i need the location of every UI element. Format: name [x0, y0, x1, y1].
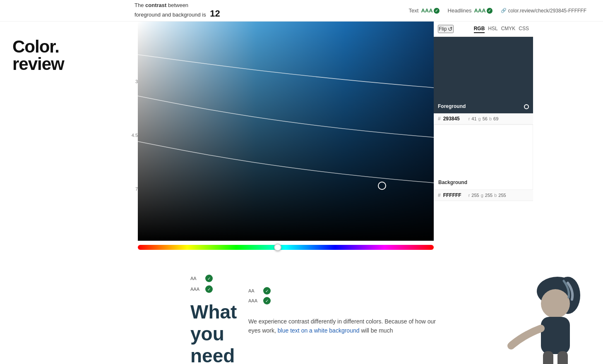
background-label: Background	[438, 180, 467, 185]
bg-b-value: 255	[498, 193, 506, 198]
header-badges: Text AAA Headlines AAA color.review/chec…	[409, 7, 586, 14]
right-panel: Flip ↺ RGB HSL CMYK CSS Foreground	[434, 22, 533, 241]
foreground-swatch[interactable]: Foreground	[434, 37, 533, 113]
illustration	[504, 271, 595, 364]
desc-aaa-label: AAA	[248, 298, 260, 303]
text-badge-group: Text AAA	[409, 7, 440, 14]
flip-icon: ↺	[448, 26, 453, 32]
aaa-row: AAA ✓	[190, 285, 240, 293]
main-layout: Color. review 3 4.5 7	[0, 22, 603, 254]
svg-rect-1	[138, 22, 434, 241]
contrast-labels: 3 4.5 7	[126, 22, 138, 241]
text-aaa-badge: AAA	[421, 7, 439, 14]
desc-aa-check: ✓	[263, 287, 271, 295]
label-4-5: 4.5	[132, 133, 138, 138]
headlines-label: Headlines	[448, 7, 472, 14]
panel-tabs: Flip ↺ RGB HSL CMYK CSS	[434, 22, 533, 37]
tab-hsl[interactable]: HSL	[488, 25, 497, 33]
aa-label: AA	[190, 276, 202, 281]
background-swatch[interactable]: Background	[434, 125, 533, 190]
gradient-canvas[interactable]	[138, 22, 434, 241]
fg-rgb: r 41 g 56 b 69	[468, 116, 499, 121]
bg-g-label: g	[481, 193, 483, 198]
aaa-label: AAA	[190, 287, 202, 292]
fg-hex-input[interactable]	[443, 116, 466, 122]
hue-slider-container	[138, 241, 434, 254]
bg-rgb: r 255 g 255 b 255	[468, 193, 506, 198]
tab-rgb[interactable]: RGB	[474, 25, 485, 33]
picker-dot[interactable]	[378, 182, 386, 190]
bg-hash: #	[438, 192, 441, 198]
hue-slider[interactable]	[138, 245, 434, 250]
logo-line2: review	[12, 54, 64, 74]
main-heading: What you need toknow about colors &acces…	[190, 301, 240, 364]
contrast-bold: contrast	[145, 2, 166, 8]
aa-check: ✓	[205, 275, 213, 282]
fg-r-value: 41	[471, 116, 476, 121]
flip-button[interactable]: Flip ↺	[438, 25, 454, 33]
description-section: AA ✓ AAA ✓ We experience contrast differ…	[240, 275, 603, 364]
aa-row: AA ✓	[190, 275, 240, 282]
svg-point-6	[507, 342, 515, 350]
description-text: We experience contrast differently in di…	[248, 317, 443, 335]
headlines-aaa-badge: AAA	[474, 7, 492, 14]
background-values: # r 255 g 255 b 255	[434, 190, 533, 201]
fg-hash: #	[438, 116, 441, 122]
foreground-values: # r 41 g 56 b 69	[434, 113, 533, 125]
logo: Color. review	[12, 38, 64, 73]
below-fold: AA ✓ AAA ✓ What you need toknow about co…	[0, 254, 603, 364]
fg-b-value: 69	[493, 116, 498, 121]
foreground-dot	[524, 104, 529, 109]
svg-rect-5	[541, 317, 570, 354]
desc-aaa-check: ✓	[263, 297, 271, 304]
svg-rect-8	[557, 351, 568, 364]
logo-line1: Color.	[12, 37, 59, 56]
illustration-svg	[504, 271, 595, 364]
bg-g-value: 255	[485, 193, 492, 198]
fg-g-label: g	[478, 116, 481, 121]
flip-label: Flip	[439, 26, 447, 32]
share-link[interactable]: color.review/check/293845-FFFFFF	[501, 8, 586, 14]
header-bar: The contrast betweenforeground and backg…	[0, 0, 603, 22]
bg-r-value: 255	[471, 193, 479, 198]
contrast-number: 12	[210, 8, 220, 19]
gradient-svg	[138, 22, 434, 241]
headlines-badge-group: Headlines AAA	[448, 7, 492, 14]
aaa-check: ✓	[205, 285, 213, 293]
bg-b-label: b	[494, 193, 497, 198]
heading-section: AA ✓ AAA ✓ What you need toknow about co…	[0, 275, 240, 364]
bg-r-label: r	[468, 193, 470, 198]
bg-hex-input[interactable]	[443, 192, 466, 198]
svg-point-4	[541, 289, 570, 318]
sidebar: Color. review	[0, 22, 126, 254]
tab-group: RGB HSL CMYK CSS	[474, 25, 529, 33]
tab-css[interactable]: CSS	[519, 25, 529, 33]
text-label: Text	[409, 7, 419, 14]
fg-g-value: 56	[483, 116, 488, 121]
hue-thumb[interactable]	[274, 244, 281, 251]
tab-cmyk[interactable]: CMYK	[501, 25, 516, 33]
picker-row: 3 4.5 7	[126, 22, 533, 241]
fg-r-label: r	[468, 116, 470, 121]
color-checker: 3 4.5 7	[126, 22, 533, 254]
contrast-prefix: The	[135, 2, 145, 8]
desc-aa-label: AA	[248, 288, 260, 293]
accessibility-icons: AA ✓ AAA ✓	[190, 275, 240, 293]
svg-rect-7	[543, 351, 553, 364]
blue-link[interactable]: blue text on a white background	[278, 327, 360, 334]
foreground-label: Foreground	[438, 103, 466, 109]
fg-b-label: b	[489, 116, 492, 121]
share-link-text: color.review/check/293845-FFFFFF	[508, 8, 586, 14]
contrast-info: The contrast betweenforeground and backg…	[135, 2, 220, 19]
